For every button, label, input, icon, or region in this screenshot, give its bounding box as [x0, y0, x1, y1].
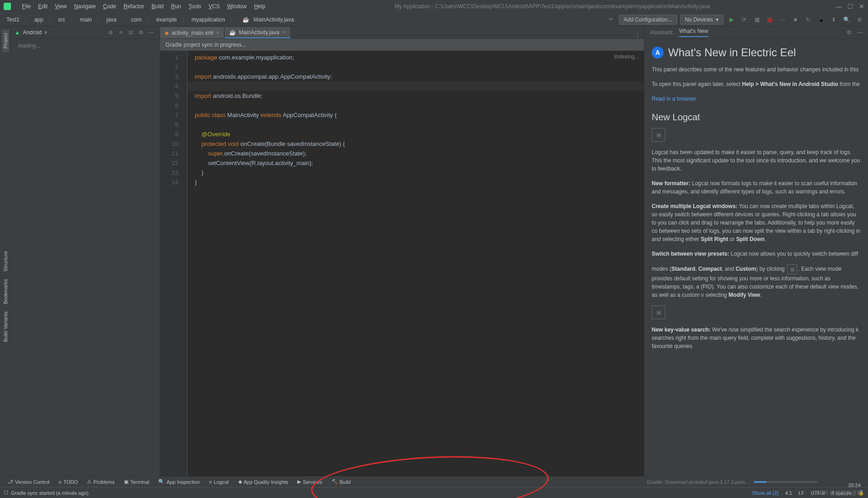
- maximize-icon[interactable]: ☐: [847, 3, 853, 10]
- menu-help[interactable]: Help: [250, 1, 269, 11]
- sdk-manager-icon[interactable]: ⬇: [829, 15, 839, 25]
- breadcrumb: Test1〉app〉src〉main〉java〉com〉example〉myap…: [4, 16, 297, 24]
- tabs-menu-icon[interactable]: ⋮: [631, 32, 644, 38]
- assistant-panel: Assistant: What's New ⚙ — AWhat's New in…: [644, 27, 868, 476]
- back-arrow-icon[interactable]: ↶: [606, 15, 616, 25]
- csdn-watermark: CSDN @江安吴彦祖: [812, 489, 863, 497]
- android-studio-logo: [4, 3, 11, 10]
- expand-all-icon[interactable]: ≡: [116, 27, 126, 37]
- bookmarks-tool-tab[interactable]: Bookmarks: [2, 275, 9, 308]
- whats-new-tab[interactable]: What's New: [679, 28, 708, 37]
- build-variants-tool-tab[interactable]: Build Variants: [2, 308, 9, 346]
- profile-icon[interactable]: ▦: [752, 15, 762, 25]
- breadcrumb-item[interactable]: ☕ MainActivity.java: [237, 16, 297, 24]
- bottom-tab-todo[interactable]: ≡TODO: [55, 478, 81, 486]
- breadcrumb-item[interactable]: main: [77, 16, 95, 24]
- bottom-tab-services[interactable]: ▶Services: [294, 478, 326, 486]
- breadcrumb-item[interactable]: myapplication: [189, 16, 228, 24]
- bottom-tab-app-quality-insights[interactable]: ◆App Quality Insights: [235, 478, 292, 486]
- bottom-tab-build[interactable]: 🔨Build: [328, 478, 354, 486]
- assistant-label: Assistant:: [650, 29, 674, 36]
- hide-panel-icon[interactable]: —: [857, 29, 863, 36]
- editor-tab[interactable]: ◆activity_main.xml✕: [160, 27, 225, 38]
- code-content[interactable]: package com.example.myapplication;import…: [188, 51, 644, 476]
- menu-navigate[interactable]: Navigate: [70, 1, 99, 11]
- chevron-down-icon[interactable]: ▾: [44, 29, 47, 36]
- select-opened-file-icon[interactable]: ⊕: [106, 27, 116, 37]
- bottom-tab-problems[interactable]: ⚠Problems: [83, 478, 118, 486]
- gear-icon[interactable]: ⚙: [847, 29, 852, 36]
- code-editor[interactable]: 1234567891011121314 package com.example.…: [160, 51, 644, 476]
- editor-tab[interactable]: ☕MainActivity.java✕: [225, 27, 290, 38]
- menu-run[interactable]: Run: [167, 1, 185, 11]
- breadcrumb-item[interactable]: example: [153, 16, 179, 24]
- bottom-tab-version-control[interactable]: ⎇Version Control: [4, 478, 53, 486]
- titlebar: FileEditViewNavigateCodeRefactorBuildRun…: [0, 0, 868, 13]
- image-placeholder-icon: ▣: [787, 264, 797, 274]
- new-logcat-heading: New Logcat: [652, 112, 861, 123]
- bottom-tab-app-inspection[interactable]: 🔍App Inspection: [155, 478, 204, 486]
- menu-edit[interactable]: Edit: [34, 1, 51, 11]
- eel-icon: A: [652, 47, 664, 59]
- menu-tools[interactable]: Tools: [185, 1, 205, 11]
- window-title: My Application - C:\Users\WCC\Desktop\MC…: [269, 3, 836, 10]
- gradle-download-status: Gradle: Download protobuf-java-3.17.2.po…: [647, 479, 749, 485]
- breadcrumb-item[interactable]: Test1: [4, 16, 22, 24]
- stop-icon[interactable]: ■: [790, 15, 800, 25]
- view-modes-text: modes (Standard, Compact, and Custom) by…: [652, 264, 861, 299]
- breadcrumb-item[interactable]: com: [129, 16, 145, 24]
- structure-tool-tab[interactable]: Structure: [2, 247, 9, 275]
- run-icon[interactable]: ▶: [726, 15, 736, 25]
- bottom-tab-terminal[interactable]: ▣Terminal: [120, 478, 153, 486]
- line-separator[interactable]: LF: [798, 490, 804, 496]
- formatter-text: New formatter: Logcat now formats logs t…: [652, 179, 861, 196]
- gear-icon[interactable]: ⚙: [136, 27, 146, 37]
- menu-window[interactable]: Window: [224, 1, 251, 11]
- close-icon[interactable]: ✕: [859, 3, 864, 10]
- avd-manager-icon[interactable]: 📱: [816, 15, 826, 25]
- bottom-tab-logcat[interactable]: ≡Logcat: [205, 478, 232, 486]
- debug-icon[interactable]: ⟳: [739, 15, 749, 25]
- settings-icon[interactable]: ⚙: [854, 15, 864, 25]
- image-placeholder-icon: ▣: [652, 305, 665, 319]
- clock-time: 20:24: [848, 482, 861, 488]
- menu-refactor[interactable]: Refactor: [120, 1, 148, 11]
- menu-file[interactable]: File: [18, 1, 34, 11]
- project-tree-loading: loading...: [11, 39, 160, 476]
- minimize-icon[interactable]: —: [836, 3, 842, 10]
- breadcrumb-item[interactable]: java: [104, 16, 119, 24]
- breadcrumb-item[interactable]: src: [55, 16, 68, 24]
- left-tool-strip: Project Structure Bookmarks Build Varian…: [0, 27, 11, 476]
- sync-gradle-icon[interactable]: ↻: [803, 15, 813, 25]
- search-icon[interactable]: 🔍: [841, 15, 852, 25]
- android-icon: ▲: [15, 29, 20, 36]
- project-tool-tab[interactable]: Project: [2, 29, 9, 52]
- show-all-link[interactable]: Show all (2): [752, 490, 779, 496]
- image-placeholder-icon: ▣: [652, 128, 665, 142]
- read-in-browser-link[interactable]: Read in a browser: [652, 96, 696, 102]
- menu-view[interactable]: View: [51, 1, 70, 11]
- close-tab-icon[interactable]: ✕: [216, 30, 220, 35]
- assistant-content[interactable]: AWhat's New in Electric Eel This panel d…: [644, 39, 868, 476]
- add-configuration-button[interactable]: Add Configuration...: [619, 15, 677, 25]
- menu-build[interactable]: Build: [148, 1, 167, 11]
- device-selector[interactable]: No Devices▾: [680, 15, 723, 25]
- menu-code[interactable]: Code: [99, 1, 120, 11]
- menu-vcs[interactable]: VCS: [205, 1, 224, 11]
- intro-text: This panel describes some of the new fea…: [652, 65, 861, 74]
- project-view-mode[interactable]: Android: [23, 29, 42, 36]
- close-tab-icon[interactable]: ✕: [282, 30, 286, 35]
- reopen-text: To open this panel again later, select H…: [652, 80, 861, 88]
- more-run-icon[interactable]: ⋯: [777, 15, 788, 25]
- chevron-down-icon: ▾: [716, 16, 718, 23]
- caret-position[interactable]: 4:1: [785, 490, 792, 496]
- collapse-all-icon[interactable]: ⊟: [126, 27, 136, 37]
- attach-debugger-icon[interactable]: 🐞: [765, 15, 775, 25]
- main-toolbar: Test1〉app〉src〉main〉java〉com〉example〉myap…: [0, 13, 868, 27]
- logcat-intro: Logcat has been updated to make it easie…: [652, 148, 861, 173]
- whats-new-title: AWhat's New in Electric Eel: [652, 46, 861, 59]
- breadcrumb-item[interactable]: app: [32, 16, 46, 24]
- indexing-indicator: Indexing...: [614, 54, 639, 60]
- multiple-windows-text: Create multiple Logcat windows: You can …: [652, 202, 861, 243]
- hide-panel-icon[interactable]: —: [146, 27, 156, 37]
